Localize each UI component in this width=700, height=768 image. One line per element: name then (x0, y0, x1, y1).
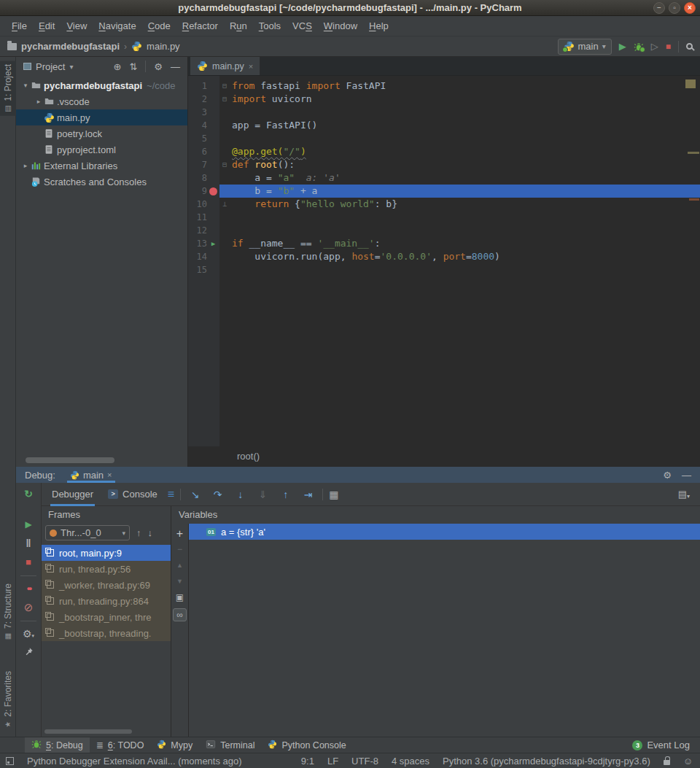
code-line-body[interactable]: if __name__ == '__main__': (219, 237, 700, 250)
gutter-marker[interactable] (207, 158, 219, 171)
gutter-marker[interactable] (207, 224, 219, 237)
debug-session-tab[interactable]: main × (67, 467, 115, 483)
code-line-9[interactable]: 9 b = "b" + a (188, 185, 700, 198)
duplicate-watch-icon[interactable]: ▣ (176, 592, 184, 602)
stack-frame[interactable]: _bootstrap, threading. (42, 625, 171, 641)
stripe-tab-structure[interactable]: ▦ 7: Structure (0, 581, 16, 643)
toolwindow-button-python-console[interactable]: Python Console (261, 737, 352, 753)
run-to-cursor-icon[interactable]: ⇥ (300, 489, 316, 500)
indent-indicator[interactable]: 4 spaces (392, 756, 429, 767)
rerun-icon[interactable]: ↻ (24, 488, 33, 500)
gutter-marker[interactable] (207, 211, 219, 224)
debug-button[interactable] (634, 42, 644, 52)
gutter-marker[interactable] (207, 198, 219, 211)
line-number[interactable]: 3 (188, 106, 207, 119)
breakpoint-icon[interactable] (207, 185, 219, 198)
gear-icon[interactable]: ⚙ (154, 61, 163, 72)
project-tree-item-pyproject-toml[interactable]: pyproject.toml (16, 141, 187, 158)
interpreter-indicator[interactable]: Python 3.6 (pycharmdebugfastapi-9cdjtyrg… (443, 756, 650, 767)
gutter-marker[interactable] (207, 171, 219, 185)
mute-breakpoints-icon[interactable]: ⊘ (24, 602, 34, 614)
add-watch-icon[interactable]: + (176, 530, 183, 538)
view-options-icon[interactable]: ≡ (168, 488, 174, 501)
horizontal-scrollbar[interactable] (26, 457, 114, 463)
toolwindow-button-6-todo[interactable]: ≣6: TODO (90, 737, 151, 753)
gutter-marker[interactable] (207, 106, 219, 119)
stripe-tab-project[interactable]: ▤ 1: Project (0, 61, 16, 116)
toolwindow-toggle-icon[interactable] (6, 757, 14, 765)
code-line-14[interactable]: 14 uvicorn.run(app, host='0.0.0.0', port… (188, 250, 700, 263)
run-line-icon[interactable]: ▶ (207, 237, 219, 250)
tree-collapsed-icon[interactable]: ▸ (34, 98, 44, 105)
variable-row[interactable]: 01a = {str} 'a' (189, 524, 700, 540)
line-number[interactable]: 11 (188, 211, 207, 224)
breadcrumb-project[interactable]: pycharmdebugfastapi (21, 41, 120, 52)
evaluate-expression-icon[interactable]: ▦ (329, 489, 338, 500)
step-over-icon[interactable]: ↷ (209, 489, 226, 500)
gutter-marker[interactable] (207, 119, 219, 132)
line-number[interactable]: 13 (188, 237, 207, 250)
code-line-body[interactable]: a = "a" a: 'a' (219, 171, 700, 185)
step-into-icon[interactable]: ↓ (232, 489, 249, 500)
gear-icon[interactable]: ⚙ (663, 470, 672, 481)
caret-position[interactable]: 9:1 (301, 756, 314, 767)
menu-vcs[interactable]: VCS (287, 20, 318, 31)
code-line-body[interactable]: ⊟def root(): (219, 158, 700, 171)
code-line-12[interactable]: 12 (188, 224, 700, 237)
debug-settings-gear-icon[interactable]: ⚙▾ (23, 628, 34, 640)
project-tree-item-External-Libraries[interactable]: ▸External Libraries (16, 158, 187, 174)
code-line-body[interactable] (219, 106, 700, 119)
status-message[interactable]: Python Debugger Extension Avail... (mome… (27, 756, 242, 767)
menu-window[interactable]: Window (318, 20, 363, 31)
code-line-body[interactable]: ⊟import uvicorn (219, 93, 700, 106)
gutter-marker[interactable] (207, 132, 219, 145)
tab-console[interactable]: > Console (104, 483, 162, 506)
pin-icon[interactable] (24, 647, 34, 659)
tab-debugger[interactable]: Debugger (47, 483, 98, 506)
toolwindow-button-terminal[interactable]: Terminal (199, 737, 261, 753)
code-line-3[interactable]: 3 (188, 106, 700, 119)
line-number[interactable]: 5 (188, 132, 207, 145)
fold-end-icon[interactable]: ⊥ (219, 198, 230, 211)
horizontal-scrollbar[interactable] (44, 729, 132, 734)
gutter-marker[interactable] (207, 263, 219, 276)
chevron-down-icon[interactable]: ▾ (69, 63, 73, 71)
fold-start-icon[interactable]: ⊟ (219, 79, 230, 93)
gutter-marker[interactable] (207, 93, 219, 106)
code-line-body[interactable] (219, 211, 700, 224)
code-line-7[interactable]: 7⊟def root(): (188, 158, 700, 171)
code-line-10[interactable]: 10⊥ return {"hello world": b} (188, 198, 700, 211)
stack-frame[interactable]: run, thread.py:56 (42, 561, 171, 577)
code-line-4[interactable]: 4app = FastAPI() (188, 119, 700, 132)
event-log-button[interactable]: 3Event Log (632, 740, 690, 750)
menu-file[interactable]: File (6, 20, 33, 31)
collapse-all-icon[interactable]: ⇅ (129, 61, 137, 72)
close-icon[interactable]: × (107, 470, 112, 479)
line-number[interactable]: 7 (188, 158, 207, 171)
locate-file-icon[interactable]: ⊕ (114, 61, 122, 72)
code-line-1[interactable]: 1⊟from fastapi import FastAPI (188, 79, 700, 93)
menu-navigate[interactable]: Navigate (93, 20, 141, 31)
code-line-5[interactable]: 5 (188, 132, 700, 145)
code-line-2[interactable]: 2⊟import uvicorn (188, 93, 700, 106)
code-line-13[interactable]: 13▶if __name__ == '__main__': (188, 237, 700, 250)
window-close-icon[interactable]: × (684, 2, 696, 14)
menu-code[interactable]: Code (142, 20, 176, 31)
editor-tab-main-py[interactable]: main.py × (190, 57, 260, 75)
stack-frame[interactable]: run, threading.py:864 (42, 593, 171, 609)
gutter-marker[interactable] (207, 145, 219, 158)
line-number[interactable]: 1 (188, 79, 207, 93)
line-number[interactable]: 6 (188, 145, 207, 158)
code-line-body[interactable]: app = FastAPI() (219, 119, 700, 132)
code-line-body[interactable]: b = "b" + a (219, 185, 700, 198)
menu-refactor[interactable]: Refactor (176, 20, 224, 31)
gutter-marker[interactable] (207, 79, 219, 93)
window-maximize-icon[interactable]: ▫ (669, 2, 680, 14)
code-line-body[interactable]: ⊥ return {"hello world": b} (219, 198, 700, 211)
encoding-indicator[interactable]: UTF-8 (351, 756, 378, 767)
fold-start-icon[interactable]: ⊟ (219, 158, 230, 171)
line-number[interactable]: 4 (188, 119, 207, 132)
previous-frame-icon[interactable]: ↑ (136, 527, 141, 538)
code-line-11[interactable]: 11 (188, 211, 700, 224)
hide-panel-icon[interactable]: — (682, 470, 691, 481)
